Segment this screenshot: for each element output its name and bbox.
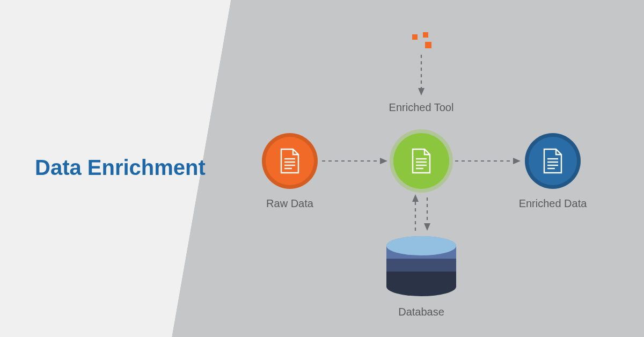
svg-rect-12 — [412, 34, 418, 40]
svg-marker-24 — [412, 194, 419, 202]
document-icon — [279, 148, 301, 174]
svg-point-16 — [386, 236, 456, 255]
enriched-tool-node — [393, 133, 449, 189]
arrow-raw-to-tool — [322, 157, 392, 167]
page-title: Data Enrichment — [35, 156, 206, 180]
document-icon — [542, 148, 564, 174]
svg-marker-18 — [380, 158, 387, 164]
svg-marker-22 — [418, 88, 425, 96]
arrow-tool-db-bidirectional — [409, 193, 435, 236]
svg-marker-26 — [424, 223, 430, 231]
document-icon — [411, 148, 432, 174]
svg-marker-20 — [513, 158, 521, 164]
enriched-data-node — [525, 133, 581, 189]
svg-rect-14 — [425, 42, 431, 48]
arrow-tool-to-enriched — [455, 157, 525, 167]
raw-data-label: Raw Data — [247, 197, 333, 210]
arrow-particles-to-tool — [416, 55, 427, 98]
raw-data-node — [262, 133, 318, 189]
database-icon — [385, 236, 457, 299]
svg-rect-13 — [423, 32, 428, 38]
enriched-tool-label: Enriched Tool — [378, 101, 464, 114]
database-label: Database — [378, 306, 464, 318]
enriched-data-label: Enriched Data — [510, 197, 596, 210]
particles-icon — [407, 32, 439, 55]
